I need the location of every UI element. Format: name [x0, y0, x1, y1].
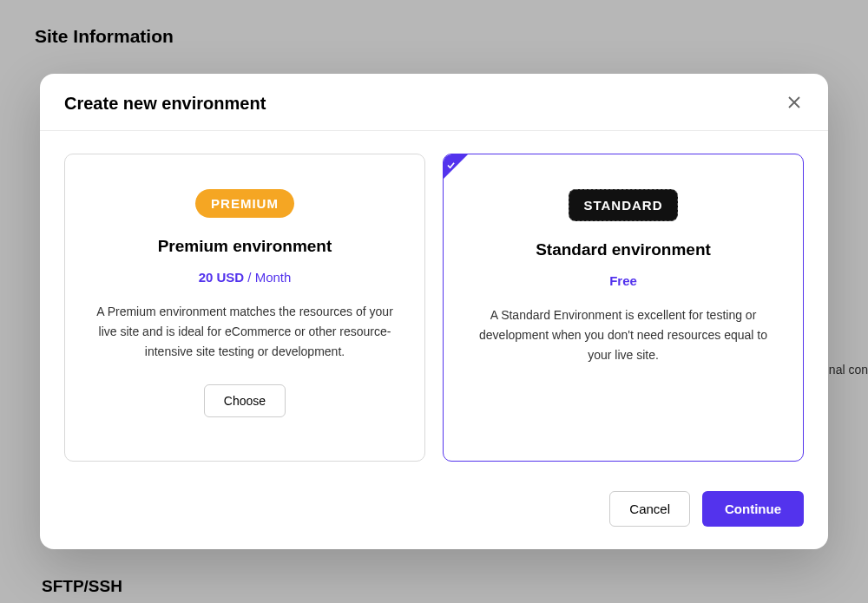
option-card-standard[interactable]: STANDARD Standard environment Free A Sta… — [443, 154, 804, 462]
option-card-premium[interactable]: PREMIUM Premium environment 20 USD / Mon… — [64, 154, 425, 462]
cancel-button[interactable]: Cancel — [609, 491, 690, 527]
premium-price-value: 20 USD — [199, 270, 245, 285]
modal-title: Create new environment — [64, 94, 266, 114]
premium-description: A Premium environment matches the resour… — [88, 302, 402, 362]
premium-badge: PREMIUM — [195, 189, 294, 218]
standard-card-title: Standard environment — [466, 240, 780, 259]
standard-price: Free — [466, 273, 780, 288]
premium-card-title: Premium environment — [88, 237, 402, 256]
continue-button[interactable]: Continue — [702, 491, 804, 527]
premium-price-suffix: / Month — [244, 270, 291, 285]
standard-description: A Standard Environment is excellent for … — [466, 305, 780, 365]
close-icon — [788, 96, 800, 111]
modal-footer: Cancel Continue — [40, 479, 828, 549]
standard-badge: STANDARD — [569, 189, 677, 221]
choose-premium-button[interactable]: Choose — [204, 384, 286, 417]
check-icon — [447, 157, 455, 173]
create-environment-modal: Create new environment PREMIUM Premium e… — [40, 74, 828, 549]
modal-header: Create new environment — [40, 74, 828, 131]
premium-price: 20 USD / Month — [88, 270, 402, 285]
close-button[interactable] — [785, 93, 804, 115]
modal-body: PREMIUM Premium environment 20 USD / Mon… — [40, 131, 828, 479]
